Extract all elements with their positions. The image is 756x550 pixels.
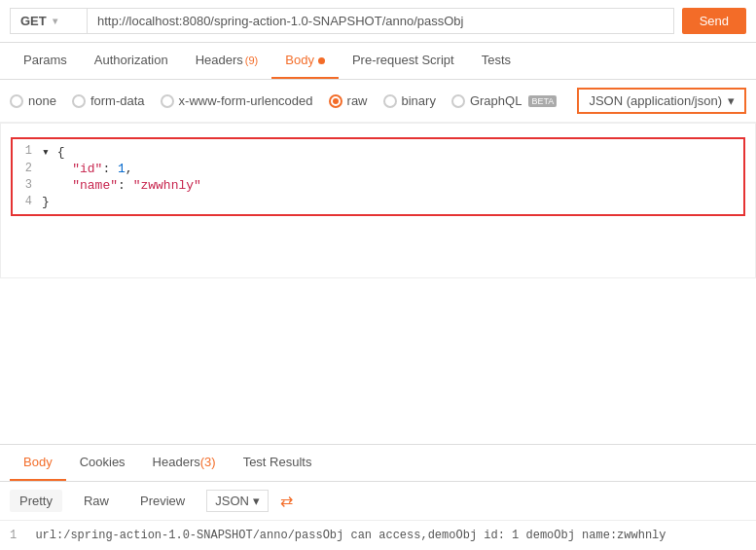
resp-tab-body[interactable]: Body bbox=[10, 445, 66, 481]
code-line-2: 2 "id": 1, bbox=[13, 161, 743, 177]
line-num-2: 2 bbox=[13, 162, 42, 175]
radio-raw[interactable] bbox=[329, 94, 342, 108]
body-options: none form-data x-www-form-urlencoded raw… bbox=[0, 80, 756, 123]
wrap-icon[interactable]: ⇄ bbox=[280, 492, 293, 510]
code-outline: 1 ▾ { 2 "id": 1, 3 "name": "zwwhnly" 4 } bbox=[11, 137, 745, 216]
response-format-row: Pretty Raw Preview JSON ▾ ⇄ bbox=[0, 482, 756, 521]
resp-text: url:/spring-action-1.0-SNAPSHOT/anno/pas… bbox=[35, 529, 666, 542]
code-editor[interactable]: 1 ▾ { 2 "id": 1, 3 "name": "zwwhnly" 4 } bbox=[0, 123, 756, 278]
resp-format-chevron: ▾ bbox=[253, 494, 260, 508]
url-bar: GET ▾ Send bbox=[0, 0, 756, 43]
format-selector[interactable]: JSON (application/json) ▾ bbox=[577, 88, 746, 114]
response-tabs: Body Cookies Headers(3) Test Results bbox=[0, 445, 756, 482]
resp-tab-test-results[interactable]: Test Results bbox=[230, 445, 326, 481]
resp-tab-headers[interactable]: Headers(3) bbox=[139, 445, 230, 481]
resp-tab-cookies[interactable]: Cookies bbox=[66, 445, 139, 481]
resp-raw-btn[interactable]: Raw bbox=[74, 490, 119, 512]
code-line-1: 1 ▾ { bbox=[13, 143, 743, 161]
code-line-3: 3 "name": "zwwhnly" bbox=[13, 177, 743, 194]
send-button[interactable]: Send bbox=[682, 8, 746, 34]
tab-params[interactable]: Params bbox=[10, 43, 81, 79]
option-raw[interactable]: raw bbox=[329, 93, 368, 108]
response-output: 1 url:/spring-action-1.0-SNAPSHOT/anno/p… bbox=[0, 521, 756, 550]
format-chevron: ▾ bbox=[728, 93, 735, 108]
radio-form-data[interactable] bbox=[72, 94, 86, 108]
tab-authorization[interactable]: Authorization bbox=[81, 43, 182, 79]
method-label: GET bbox=[20, 14, 47, 28]
body-dot bbox=[318, 57, 325, 64]
line-num-1: 1 bbox=[13, 144, 42, 158]
radio-x-www[interactable] bbox=[161, 94, 174, 108]
option-binary[interactable]: binary bbox=[383, 93, 436, 108]
resp-line-num: 1 bbox=[10, 529, 17, 542]
url-input[interactable] bbox=[88, 8, 674, 34]
tab-pre-request[interactable]: Pre-request Script bbox=[339, 43, 468, 79]
main-tabs: Params Authorization Headers(9) Body Pre… bbox=[0, 43, 756, 80]
method-selector[interactable]: GET ▾ bbox=[10, 8, 88, 34]
response-section: Body Cookies Headers(3) Test Results Pre… bbox=[0, 444, 756, 550]
tab-headers[interactable]: Headers(9) bbox=[182, 43, 272, 79]
method-chevron: ▾ bbox=[53, 16, 57, 26]
collapse-arrow: ▾ bbox=[42, 145, 50, 160]
option-none[interactable]: none bbox=[10, 93, 56, 108]
radio-none[interactable] bbox=[10, 94, 23, 108]
resp-pretty-btn[interactable]: Pretty bbox=[10, 490, 62, 512]
line-num-3: 3 bbox=[13, 178, 42, 192]
tab-tests[interactable]: Tests bbox=[468, 43, 524, 79]
resp-format-select[interactable]: JSON ▾ bbox=[206, 490, 269, 512]
resp-preview-btn[interactable]: Preview bbox=[130, 490, 195, 512]
code-line-4: 4 } bbox=[13, 194, 743, 210]
beta-badge: BETA bbox=[528, 95, 557, 107]
radio-graphql[interactable] bbox=[451, 94, 465, 108]
radio-binary[interactable] bbox=[383, 94, 397, 108]
tab-body[interactable]: Body bbox=[271, 43, 339, 79]
option-x-www-form-urlencoded[interactable]: x-www-form-urlencoded bbox=[161, 93, 313, 108]
line-num-4: 4 bbox=[13, 195, 42, 208]
option-graphql[interactable]: GraphQL BETA bbox=[451, 93, 557, 108]
option-form-data[interactable]: form-data bbox=[72, 93, 145, 108]
